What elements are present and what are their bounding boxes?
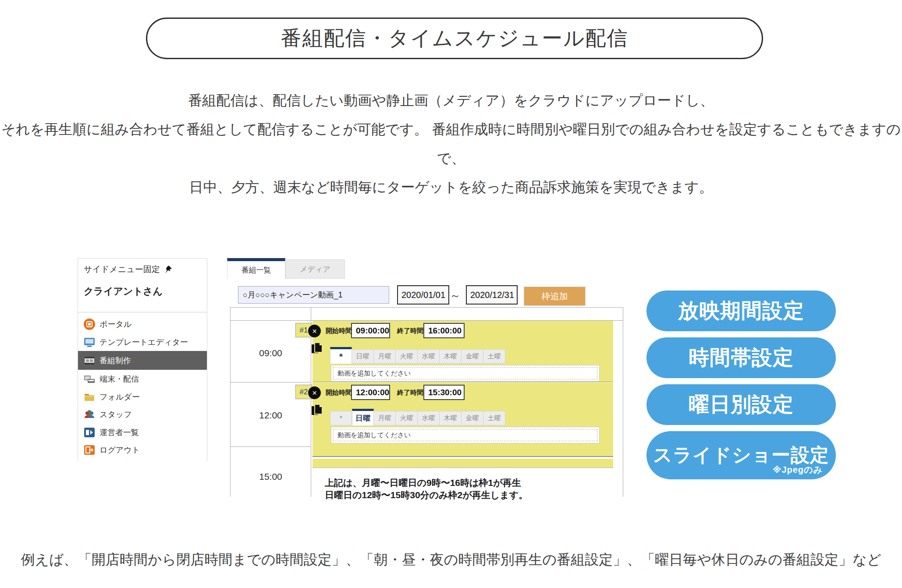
copy-icon[interactable] [311,404,323,416]
frame-block-2: #2 開始時間 12:00:00 終了時間 15:30:00 ＊ 日曜 月曜 火… [313,383,613,457]
sidebar-item-label: ポータル [99,319,131,329]
close-icon[interactable] [308,386,321,399]
sidebar-item-label: 番組制作 [99,355,131,366]
terminal-delivery-icon [84,373,95,385]
sidebar-item-label: 端末・配信 [99,374,139,384]
page-title: 番組配信・タイムスケジュール配信 [146,18,763,59]
day-tab-sat[interactable]: 土曜 [483,349,505,364]
intro-line: それを再生順に組み合わせて番組として配信することが可能です。 番組作成時に時間別… [0,115,902,144]
end-time-input[interactable]: 15:30:00 [423,385,465,400]
day-tab-all[interactable]: ＊ [330,347,352,364]
start-time-label: 開始時間 [326,327,352,335]
feature-pill-day-of-week: 曜日別設定 [646,384,836,425]
sidebar-item-template-editor[interactable]: テンプレートエディター [78,333,207,351]
day-tab-bar: ＊ 日曜 月曜 火曜 水曜 木曜 金曜 土曜 [330,409,505,425]
schedule-note-line: 上記は、月曜〜日曜日の9時〜16時は枠1が再生 [325,477,521,489]
frame-block-1: #1 開始時間 09:00:00 終了時間 16:00:00 ＊ 日曜 月曜 火… [313,321,613,382]
day-tab-tue[interactable]: 火曜 [396,411,418,425]
intro-line: 日中、夕方、週末など時間毎にターゲットを絞った商品訴求施策を実現できます。 [0,173,902,202]
day-tab-mon[interactable]: 月曜 [374,349,396,364]
day-tab-wed[interactable]: 水曜 [418,349,440,364]
day-tab-thu[interactable]: 木曜 [440,411,462,425]
time-label-12: 12:00 [231,410,311,421]
intro-line: で、 [0,144,902,173]
app-sidebar: サイドメニュー固定 クライアントさん ポータル テンプレートエディター 番組制作 [78,258,207,461]
client-name: クライアントさん [84,285,163,298]
day-tab-sun[interactable]: 日曜 [352,409,374,425]
close-icon[interactable] [308,325,321,337]
start-time-label: 開始時間 [326,389,352,397]
pushpin-icon[interactable] [163,265,172,274]
staff-icon [84,409,95,420]
operator-list-icon [84,427,95,438]
time-label-09: 09:00 [231,348,311,358]
feature-pill-time-band: 時間帯設定 [646,337,836,378]
start-time-input[interactable]: 12:00:00 [351,385,390,400]
tab-program-list[interactable]: 番組一覧 [227,258,285,279]
sidebar-item-folder[interactable]: フォルダー [78,388,207,406]
sidebar-item-staff[interactable]: スタッフ [78,405,207,423]
end-time-input[interactable]: 16:00:00 [423,323,465,338]
date-to-input[interactable]: 2020/12/31 [466,285,518,305]
sidebar-item-program-production[interactable]: 番組制作 [78,351,207,370]
page: 番組配信・タイムスケジュール配信 番組配信は、配信したい動画や静止画（メディア）… [0,0,902,588]
media-add-input[interactable]: 動画を追加してください [331,365,600,382]
sidebar-item-logout[interactable]: ログアウト [78,441,207,459]
start-time-input[interactable]: 09:00:00 [351,323,390,338]
sidebar-pin-label: サイドメニュー固定 [84,264,160,275]
sidebar-pin-row[interactable]: サイドメニュー固定 [84,264,172,275]
sidebar-item-label: 運営者一覧 [99,427,139,438]
grid-row-line [231,382,311,383]
day-tab-tue[interactable]: 火曜 [396,349,418,364]
schedule-grid: 09:00 12:00 15:00 #1 開始時間 09:00:00 終了時間 … [230,307,623,497]
tab-media[interactable]: メディア [285,259,345,279]
sidebar-item-operator-list[interactable]: 運営者一覧 [78,423,207,441]
day-tab-fri[interactable]: 金曜 [462,411,483,425]
footer-examples: 例えば、「開店時間から閉店時間までの時間設定」、「朝・昼・夜の時間帯別再生の番組… [0,550,902,570]
copy-icon[interactable] [311,342,323,354]
intro-paragraph: 番組配信は、配信したい動画や静止画（メディア）をクラウドにアップロードし、 それ… [0,86,902,202]
sidebar-item-terminal-delivery[interactable]: 端末・配信 [78,370,207,388]
schedule-note-line: 日曜日の12時〜15時30分のみ枠2が再生します。 [325,489,528,501]
date-from-input[interactable]: 2020/01/01 [397,285,449,305]
day-tab-sat[interactable]: 土曜 [483,411,505,425]
day-tab-wed[interactable]: 水曜 [418,411,440,425]
sidebar-item-portal[interactable]: ポータル [78,315,207,333]
grid-row-line [231,446,311,447]
program-production-icon [84,355,95,366]
logout-icon [84,444,95,456]
end-time-label: 終了時間 [397,389,423,397]
sidebar-item-label: スタッフ [99,409,132,420]
day-tab-all[interactable]: ＊ [330,411,352,425]
date-range-separator: ～ [450,288,461,303]
media-add-input[interactable]: 動画を追加してください [331,427,600,443]
schedule-header-row [231,308,623,321]
feature-pill-broadcast-period: 放映期間設定 [646,290,836,331]
program-name-input[interactable]: ○月○○○キャンペーン動画_1 [238,286,389,304]
day-tab-fri[interactable]: 金曜 [462,349,483,364]
media-add-placeholder: 動画を追加してください [333,367,597,379]
media-add-placeholder: 動画を追加してください [333,429,597,441]
portal-icon [84,319,95,330]
intro-line: 番組配信は、配信したい動画や静止画（メディア）をクラウドにアップロードし、 [0,86,902,115]
time-label-15: 15:00 [231,471,311,482]
add-frame-button[interactable]: 枠追加 [524,287,586,306]
feature-pill-slideshow: スライドショー設定 ※Jpegのみ [646,431,836,479]
day-tab-bar: ＊ 日曜 月曜 火曜 水曜 木曜 金曜 土曜 [330,347,505,364]
day-tab-thu[interactable]: 木曜 [440,349,462,364]
frame-block-2-tail [313,459,613,468]
sidebar-item-label: テンプレートエディター [99,337,188,347]
day-tab-mon[interactable]: 月曜 [374,411,396,425]
feature-pill-note: ※Jpegのみ [773,464,823,476]
sidebar-item-label: ログアウト [99,445,140,455]
template-editor-icon [84,337,95,348]
sidebar-divider [78,312,207,312]
end-time-label: 終了時間 [397,327,423,335]
day-tab-sun[interactable]: 日曜 [352,349,374,364]
folder-icon [84,391,95,403]
sidebar-item-label: フォルダー [99,392,140,402]
